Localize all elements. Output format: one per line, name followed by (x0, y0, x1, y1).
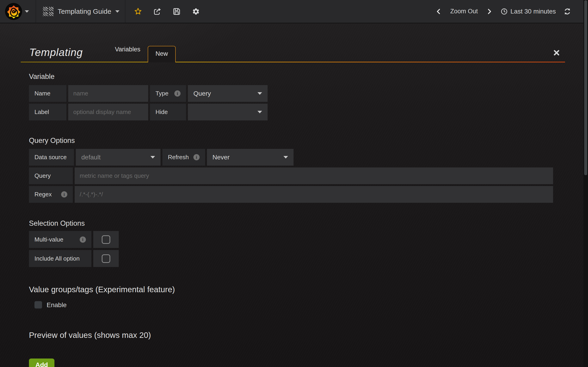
query-options-heading: Query Options (29, 136, 565, 145)
logo-section (0, 0, 36, 23)
grafana-logo[interactable] (5, 3, 22, 20)
header-gradient-divider (21, 62, 565, 62)
multi-value-info-icon[interactable]: i (80, 236, 86, 243)
close-icon (553, 49, 560, 56)
chevron-down-icon[interactable] (25, 10, 29, 13)
dashboard-icon (43, 7, 53, 16)
name-input[interactable] (68, 85, 148, 102)
chevron-right-icon (486, 8, 493, 15)
chevron-down-icon (284, 156, 288, 158)
tab-bar: Variables New (107, 46, 176, 62)
time-range-label: Last 30 minutes (510, 8, 556, 15)
enable-checkbox[interactable] (35, 301, 42, 309)
query-input[interactable] (75, 167, 553, 184)
regex-row: Regex i (29, 186, 565, 203)
time-range-picker[interactable]: Last 30 minutes (501, 8, 556, 15)
time-controls: Zoom Out Last 30 minutes (434, 0, 572, 23)
close-button[interactable] (553, 49, 560, 62)
favorite-star-button[interactable] (133, 7, 143, 16)
enable-label: Enable (47, 301, 67, 309)
datasource-label: Data source (29, 149, 74, 166)
templating-editor: Templating Variables New Variable Name T… (21, 23, 565, 367)
hide-select[interactable] (188, 104, 268, 120)
scrollbar-thumb[interactable] (584, 0, 587, 175)
zoom-out-button[interactable]: Zoom Out (450, 8, 478, 15)
page-title: Templating (29, 46, 83, 62)
multi-value-row: Multi-value i (29, 231, 565, 248)
navbar-actions (125, 0, 201, 23)
regex-label: Regex i (29, 186, 73, 203)
enable-toggle-row[interactable]: Enable (35, 301, 565, 309)
type-select-value: Query (193, 90, 211, 97)
gear-icon (192, 8, 200, 15)
variable-section-heading: Variable (29, 73, 565, 81)
top-navbar: Templating Guide (0, 0, 588, 23)
refresh-select[interactable]: Never (207, 149, 294, 166)
time-shift-back-button[interactable] (434, 7, 443, 16)
add-button[interactable]: Add (29, 359, 54, 367)
settings-button[interactable] (191, 7, 201, 16)
tab-new[interactable]: New (148, 46, 176, 62)
label-input[interactable] (68, 104, 148, 120)
grafana-app: Templating Guide (0, 0, 588, 367)
refresh-button[interactable] (563, 7, 572, 16)
share-icon (153, 8, 161, 15)
preview-heading: Preview of values (shows max 20) (29, 331, 565, 340)
datasource-select-value: default (81, 154, 101, 161)
checkbox-icon (102, 235, 110, 244)
hide-label: Hide (150, 104, 186, 120)
chevron-down-icon (115, 10, 120, 13)
include-all-checkbox[interactable] (93, 250, 119, 267)
name-label: Name (29, 85, 66, 102)
multi-value-checkbox[interactable] (93, 231, 119, 248)
chevron-left-icon (435, 8, 442, 15)
save-button[interactable] (172, 7, 182, 16)
page-scrollbar[interactable] (583, 0, 588, 367)
selection-options-heading: Selection Options (29, 219, 565, 227)
variable-row-2: Label Hide (29, 104, 565, 120)
refresh-label: Refresh i (162, 149, 205, 166)
time-shift-forward-button[interactable] (485, 7, 494, 16)
star-icon (134, 8, 142, 15)
clock-icon (501, 8, 508, 15)
multi-value-label: Multi-value i (29, 231, 91, 248)
refresh-icon (564, 8, 571, 15)
type-info-icon[interactable]: i (174, 90, 181, 97)
chevron-down-icon (150, 156, 155, 158)
refresh-select-value: Never (212, 154, 230, 161)
checkbox-icon (102, 254, 110, 263)
save-icon (173, 8, 181, 15)
regex-input[interactable] (75, 186, 553, 203)
refresh-info-icon[interactable]: i (193, 154, 199, 160)
share-button[interactable] (153, 7, 162, 16)
include-all-label: Include All option (29, 250, 91, 267)
regex-info-icon[interactable]: i (61, 191, 67, 198)
dashboard-title[interactable]: Templating Guide (58, 8, 111, 15)
variable-row-1: Name Type i Query (29, 85, 565, 102)
chevron-down-icon (258, 92, 262, 95)
query-label: Query (29, 167, 73, 184)
variable-form: Variable Name Type i Query Label Hide (21, 73, 565, 367)
dashboard-title-section[interactable]: Templating Guide (36, 0, 125, 23)
label-label: Label (29, 104, 66, 120)
chevron-down-icon (258, 111, 262, 113)
type-label: Type i (150, 85, 186, 102)
include-all-row: Include All option (29, 250, 565, 267)
type-select[interactable]: Query (188, 85, 268, 102)
datasource-row: Data source default Refresh i Never (29, 149, 565, 166)
datasource-select[interactable]: default (76, 149, 161, 166)
query-row: Query (29, 167, 565, 184)
value-groups-heading: Value groups/tags (Experimental feature) (29, 285, 565, 294)
templating-header: Templating Variables New (21, 23, 565, 62)
tab-variables[interactable]: Variables (107, 46, 148, 62)
